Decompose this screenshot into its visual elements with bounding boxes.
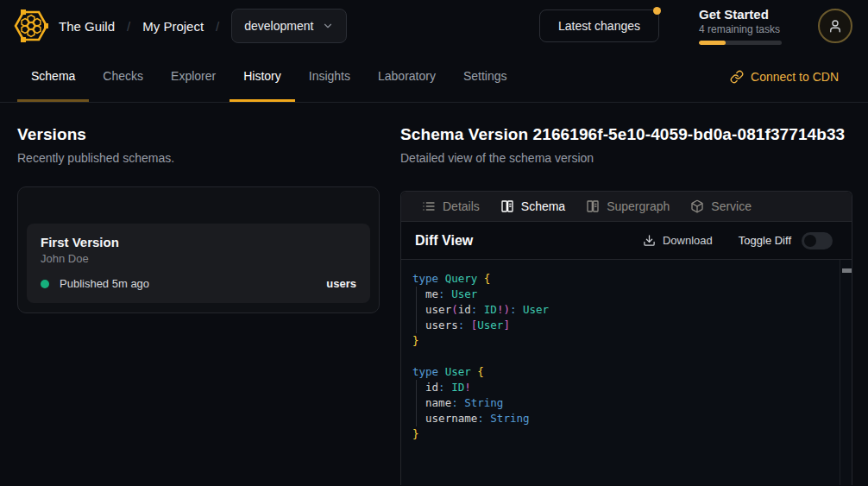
diff-view-actions: Download Toggle Diff: [643, 232, 838, 249]
tab-label: Service: [711, 199, 752, 213]
schema-code-editor[interactable]: type Query { me: User user(id: ID!): Use…: [401, 260, 852, 485]
user-icon: [827, 18, 843, 34]
tab-supergraph[interactable]: Supergraph: [576, 192, 680, 221]
versions-list-card: First Version John Doe Published 5m ago …: [17, 186, 380, 313]
schema-version-subtitle: Detailed view of the schema version: [400, 151, 852, 165]
code-scrollbar-thumb[interactable]: [842, 268, 852, 273]
toggle-knob: [804, 235, 816, 247]
chevron-down-icon: [322, 20, 334, 32]
download-button[interactable]: Download: [643, 234, 713, 247]
code-line: id: ID!: [412, 380, 829, 395]
version-status-row: Published 5m ago users: [41, 277, 356, 290]
latest-changes-button[interactable]: Latest changes: [539, 9, 659, 42]
tab-history[interactable]: History: [230, 52, 295, 102]
breadcrumb-org[interactable]: The Guild: [59, 19, 115, 34]
tab-settings[interactable]: Settings: [450, 52, 521, 102]
code-scrollbar[interactable]: [840, 260, 852, 485]
primary-nav-bar: SchemaChecksExplorerHistoryInsightsLabor…: [0, 52, 868, 103]
indent-guide: [416, 380, 417, 426]
tab-explorer[interactable]: Explorer: [157, 52, 230, 102]
version-service-name: users: [326, 277, 356, 290]
schema-code: type Query { me: User user(id: ID!): Use…: [401, 260, 852, 453]
code-line: type Query {: [412, 271, 829, 287]
get-started-title: Get Started: [699, 7, 782, 22]
breadcrumb-separator: /: [127, 19, 130, 34]
tab-label: Details: [443, 199, 480, 213]
download-label: Download: [663, 234, 713, 247]
code-line: username: String: [412, 411, 829, 426]
link-icon: [730, 70, 744, 84]
published-status-dot: [41, 280, 49, 288]
columns-icon: [500, 199, 514, 213]
target-selector-value: development: [244, 19, 313, 33]
versions-subtitle: Recently published schemas.: [17, 151, 380, 165]
version-status-text: Published 5m ago: [60, 277, 149, 290]
diff-view-title: Diff View: [415, 233, 473, 249]
tab-service[interactable]: Service: [680, 192, 762, 221]
version-list-item[interactable]: First Version John Doe Published 5m ago …: [27, 224, 370, 303]
breadcrumb-separator: /: [216, 19, 219, 34]
main-content: Versions Recently published schemas. Fir…: [0, 103, 868, 485]
tab-schema[interactable]: Schema: [17, 52, 89, 102]
version-author: John Doe: [41, 252, 356, 265]
schema-version-title: Schema Version 2166196f-5e10-4059-bd0a-0…: [400, 125, 852, 144]
schema-version-card: DetailsSchemaSupergraphService Diff View…: [400, 191, 852, 485]
code-line: }: [412, 333, 829, 349]
versions-title: Versions: [17, 125, 380, 144]
connect-to-cdn-label: Connect to CDN: [751, 70, 839, 84]
breadcrumb-project[interactable]: My Project: [142, 19, 204, 34]
connect-to-cdn-button[interactable]: Connect to CDN: [730, 52, 839, 102]
tab-schema[interactable]: Schema: [490, 192, 576, 221]
list-icon: [422, 199, 436, 213]
diff-view-toolbar: Diff View Download Toggle Diff: [401, 222, 852, 260]
breadcrumb: The Guild / My Project / development: [59, 9, 347, 43]
tab-label: Schema: [521, 199, 565, 213]
download-icon: [643, 234, 656, 247]
code-line: users: [User]: [412, 318, 829, 333]
user-menu-button[interactable]: [818, 9, 852, 43]
tab-details[interactable]: Details: [412, 192, 490, 221]
notification-dot: [653, 7, 661, 15]
get-started-subtitle: 4 remaining tasks: [699, 23, 782, 35]
tab-checks[interactable]: Checks: [89, 52, 157, 102]
tab-label: Supergraph: [607, 199, 670, 213]
get-started-progress-fill: [699, 41, 726, 45]
code-line: user(id: ID!): User: [412, 302, 829, 318]
version-title: First Version: [41, 235, 356, 249]
code-line: name: String: [412, 395, 829, 411]
app-header: The Guild / My Project / development Lat…: [0, 0, 868, 52]
versions-panel: Versions Recently published schemas. Fir…: [17, 125, 380, 485]
code-line: type User {: [412, 364, 829, 380]
cube-icon: [690, 199, 704, 213]
get-started-widget[interactable]: Get Started 4 remaining tasks: [699, 7, 782, 45]
code-line: [412, 349, 829, 364]
code-line: }: [412, 426, 829, 442]
schema-version-panel: Schema Version 2166196f-5e10-4059-bd0a-0…: [400, 125, 852, 485]
toggle-diff-switch[interactable]: [802, 232, 833, 249]
toggle-diff-label: Toggle Diff: [739, 234, 791, 247]
target-selector[interactable]: development: [231, 9, 347, 43]
code-line: me: User: [412, 287, 829, 302]
hive-logo-icon[interactable]: [14, 9, 48, 43]
columns-icon: [586, 199, 600, 213]
tab-insights[interactable]: Insights: [295, 52, 364, 102]
tab-laboratory[interactable]: Laboratory: [364, 52, 450, 102]
get-started-progress-track: [699, 41, 782, 45]
primary-nav: SchemaChecksExplorerHistoryInsightsLabor…: [17, 52, 521, 102]
indent-guide: [416, 287, 417, 333]
schema-panel-tabs: DetailsSchemaSupergraphService: [401, 192, 852, 222]
latest-changes-label: Latest changes: [558, 19, 640, 33]
